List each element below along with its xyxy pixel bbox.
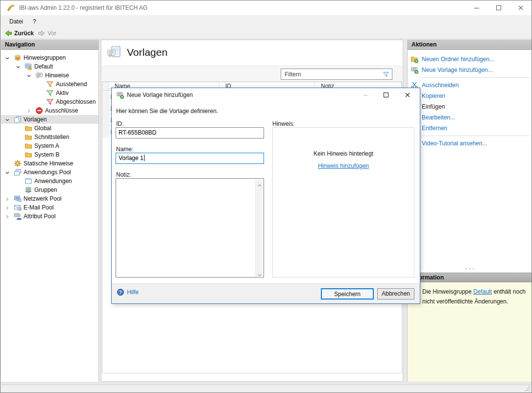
chevron-right-icon[interactable] (5, 214, 10, 219)
dialog-title-bar: Neue Vorlage hinzufügen (112, 88, 420, 102)
tree-item-anwendungen[interactable]: Anwendungen (1, 177, 98, 185)
person-icon (14, 212, 22, 220)
note-scrollbar[interactable] (255, 179, 263, 277)
chevron-down-icon[interactable] (16, 64, 21, 69)
actions-panel: Aktionen Neuen Ordner hinzufügen...Neue … (407, 40, 532, 382)
window-title: IBI-aws Admin 1.22.0 - registriert für I… (19, 0, 147, 15)
monitor-warning-icon (24, 63, 32, 70)
help-button[interactable]: ? Hilfe (117, 288, 139, 296)
action-bearbeiten[interactable]: Bearbeiten... (408, 112, 532, 123)
tree-item-attribut-pool[interactable]: Attribut Pool (1, 212, 98, 221)
back-label: Zurück (14, 30, 34, 37)
tree-item-label: Ausschlüsse (45, 106, 78, 115)
tree-item-ausstehend[interactable]: Ausstehend (1, 80, 98, 89)
chevron-right-icon[interactable] (5, 205, 10, 210)
tree-item-schnittstellen[interactable]: Schnittstellen (1, 133, 98, 141)
tree-item-hinweisgruppen[interactable]: Hinweisgruppen (1, 53, 98, 62)
minimize-button[interactable] (465, 0, 487, 15)
default-group-link[interactable]: Default (473, 288, 492, 295)
status-bar (1, 385, 531, 392)
help-icon: ? (117, 288, 124, 296)
tree-item-hinweise[interactable]: Hinweise (1, 71, 98, 80)
tree-item-label: Hinweisgruppen (24, 53, 66, 62)
back-button[interactable]: Zurück (2, 27, 36, 39)
dialog-maximize-button[interactable] (379, 88, 393, 102)
title-bar: IBI-aws Admin 1.22.0 - registriert für I… (0, 0, 532, 15)
comment-icon (35, 71, 43, 79)
actions-separator (421, 77, 530, 78)
action-entfernen[interactable]: Entfernen (408, 123, 532, 134)
name-field[interactable]: Vorlage 1 (116, 153, 264, 164)
action-ausschneiden[interactable]: Ausschneiden (408, 80, 532, 91)
folder-icon (24, 151, 32, 159)
tree-item-label: Anwendungen (34, 177, 72, 185)
action-label: Einfügen (422, 103, 445, 110)
chevron-down-icon[interactable] (5, 170, 10, 175)
forward-button[interactable]: Vor (36, 27, 58, 39)
tree-item-label: E-Mail Pool (24, 203, 53, 212)
filter-funnel-icon[interactable] (382, 70, 390, 78)
save-button[interactable]: Speichern (321, 288, 374, 300)
tree-item-ausschlüsse[interactable]: Ausschlüsse (1, 106, 98, 115)
tree-item-statische-hinweise[interactable]: Statische Hinweise (1, 159, 98, 168)
dialog-subtitle: Hier können Sie die Vorlage definieren. (116, 108, 218, 115)
tree-item-netzwerk-pool[interactable]: Netzwerk Pool (1, 194, 98, 203)
tree-item-abgeschlossen[interactable]: Abgeschlossen (1, 97, 98, 106)
note-field[interactable] (116, 178, 264, 277)
no-entry-icon (35, 107, 43, 115)
scroll-up-icon[interactable] (257, 182, 262, 185)
tree-item-label: Attribut Pool (24, 212, 55, 221)
filter-strip (102, 66, 402, 82)
tree-item-e-mail-pool[interactable]: E-Mail Pool (1, 203, 98, 212)
action-neue-vorlage-hinzufügen[interactable]: Neue Vorlage hinzufügen... (408, 65, 532, 75)
action-video-tutorial-ansehen[interactable]: Video-Tutorial ansehen... (408, 138, 532, 149)
tree-item-label: Abgeschlossen (56, 97, 96, 106)
menu-help[interactable]: ? (28, 15, 41, 27)
tree-item-vorlagen[interactable]: Vorlagen (1, 115, 98, 124)
network-icon (14, 195, 22, 203)
template-plus-icon (411, 66, 418, 74)
tree-item-anwendungs-pool[interactable]: Anwendungs Pool (1, 168, 98, 177)
close-icon (518, 5, 524, 11)
information-text: Die Hinweisgruppe Default enthält noch n… (422, 287, 532, 306)
action-label: Neue Vorlage hinzufügen... (422, 67, 493, 73)
information-header: Information (408, 273, 532, 282)
nav-toolbar: Zurück Vor (0, 27, 532, 39)
actions-list: Neuen Ordner hinzufügen...Neue Vorlage h… (408, 50, 532, 149)
tree-item-global[interactable]: Global (1, 124, 98, 133)
chevron-down-icon[interactable] (5, 117, 10, 122)
id-field[interactable]: RT-655B08BD (116, 127, 264, 139)
folder-icon (24, 133, 32, 141)
page-title: Vorlagen (127, 46, 168, 58)
chevron-down-icon[interactable] (26, 73, 31, 78)
action-einfügen: Einfügen (408, 101, 532, 112)
tree-item-gruppen[interactable]: Gruppen (1, 185, 98, 194)
cancel-button[interactable]: Abbrechen (377, 288, 414, 300)
hinweis-add-link[interactable]: Hinweis hinzufügen (273, 162, 414, 169)
menu-datei[interactable]: Datei (4, 15, 28, 27)
maximize-button[interactable] (487, 0, 509, 15)
tree-item-default[interactable]: Default (1, 62, 98, 71)
tree-item-aktiv[interactable]: Aktiv (1, 89, 98, 97)
action-kopieren[interactable]: Kopieren (408, 91, 532, 101)
dialog-close-button[interactable] (400, 88, 415, 102)
dialog-minimize-button (359, 88, 373, 102)
grip-dots-icon (465, 265, 475, 272)
maximize-icon (496, 5, 502, 11)
minimize-icon (363, 92, 369, 98)
chevron-right-icon[interactable] (5, 196, 10, 201)
tree-item-label: Hinweise (45, 71, 69, 80)
text-caret (144, 155, 145, 161)
app-logo-icon (6, 3, 15, 12)
scroll-down-icon[interactable] (257, 271, 262, 274)
name-value: Vorlage 1 (119, 155, 144, 162)
action-neuen-ordner-hinzufügen[interactable]: Neuen Ordner hinzufügen... (408, 54, 532, 65)
chevron-right-icon[interactable] (26, 108, 31, 113)
tree-item-system-a[interactable]: System A (1, 141, 98, 150)
filter-input[interactable] (281, 69, 378, 79)
chevron-down-icon[interactable] (5, 55, 10, 60)
tree-item-system-b[interactable]: System B (1, 150, 98, 159)
resize-grip-icon[interactable] (524, 386, 530, 392)
splitter-grip[interactable] (408, 265, 532, 268)
close-button[interactable] (509, 0, 532, 15)
